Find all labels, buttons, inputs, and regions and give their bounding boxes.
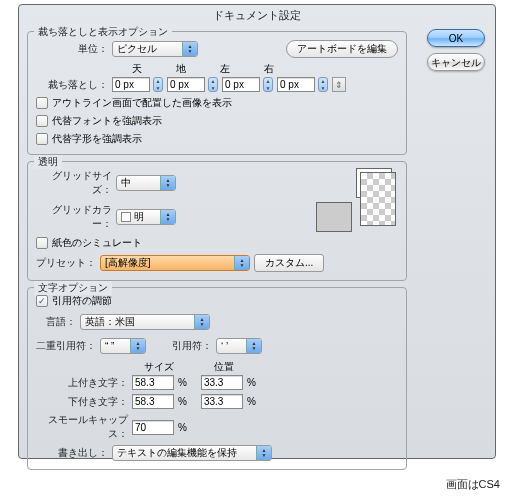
bleed-right-input[interactable] bbox=[277, 77, 315, 92]
chevron-updown-icon bbox=[256, 446, 271, 460]
caption: 画面はCS4 bbox=[446, 477, 500, 492]
double-quote-select[interactable]: “ ” bbox=[100, 338, 146, 354]
double-quote-label: 二重引用符： bbox=[36, 339, 96, 353]
subscript-size-input[interactable] bbox=[132, 394, 174, 409]
chevron-updown-icon bbox=[130, 339, 145, 353]
bleed-top-stepper[interactable] bbox=[153, 77, 163, 92]
subst-fonts-checkbox[interactable] bbox=[36, 115, 48, 127]
dialog-title: ドキュメント設定 bbox=[19, 5, 495, 25]
subscript-label: 下付き文字： bbox=[36, 395, 128, 409]
col-right: 右 bbox=[264, 62, 274, 76]
preset-value: [高解像度] bbox=[105, 256, 234, 270]
superscript-size-input[interactable] bbox=[132, 375, 174, 390]
curly-quotes-label: 引用符の調節 bbox=[52, 294, 112, 308]
transparency-group: 透明 グリッドサイズ： 中 グリッドカラー： 明 紙色のシミュレート bbox=[27, 161, 407, 281]
chevron-updown-icon bbox=[182, 42, 197, 56]
preset-label: プリセット： bbox=[36, 256, 96, 270]
grid-color-select[interactable]: 明 bbox=[116, 209, 176, 225]
simulate-paper-checkbox[interactable] bbox=[36, 237, 48, 249]
type-group: 文字オプション 引用符の調節 言語： 英語：米国 二重引用符： “ ” 引用符：… bbox=[27, 287, 407, 470]
bleed-bottom-input[interactable] bbox=[167, 77, 205, 92]
dialog-content: OK キャンセル 裁ち落としと表示オプション 単位： ピクセル アートボードを編… bbox=[19, 25, 495, 484]
col-bottom: 地 bbox=[176, 62, 186, 76]
simulate-paper-label: 紙色のシミュレート bbox=[52, 236, 142, 250]
subst-fonts-label: 代替フォントを強調表示 bbox=[52, 114, 162, 128]
subst-glyphs-label: 代替字形を強調表示 bbox=[52, 132, 142, 146]
type-legend: 文字オプション bbox=[34, 281, 112, 295]
bleed-group: 裁ち落としと表示オプション 単位： ピクセル アートボードを編集 天 地 左 右… bbox=[27, 31, 407, 155]
curly-quotes-checkbox[interactable] bbox=[36, 295, 48, 307]
transparency-legend: 透明 bbox=[34, 155, 62, 169]
bleed-right-stepper[interactable] bbox=[318, 77, 328, 92]
subscript-pos-input[interactable] bbox=[201, 394, 243, 409]
export-select[interactable]: テキストの編集機能を保持 bbox=[112, 445, 272, 461]
cancel-button[interactable]: キャンセル bbox=[427, 53, 485, 71]
swatch-checker bbox=[360, 172, 396, 226]
language-select[interactable]: 英語：米国 bbox=[80, 314, 210, 330]
bleed-left-stepper[interactable] bbox=[263, 77, 273, 92]
grid-color-label: グリッドカラー： bbox=[36, 203, 112, 231]
color-swatch-icon bbox=[121, 212, 131, 222]
chevron-updown-icon bbox=[234, 256, 249, 270]
chevron-updown-icon bbox=[194, 315, 209, 329]
preset-select[interactable]: [高解像度] bbox=[100, 255, 250, 271]
dialog-window: ドキュメント設定 OK キャンセル 裁ち落としと表示オプション 単位： ピクセル… bbox=[18, 4, 496, 459]
export-value: テキストの編集機能を保持 bbox=[117, 446, 256, 460]
grid-size-select[interactable]: 中 bbox=[116, 175, 176, 191]
bleed-legend: 裁ち落としと表示オプション bbox=[34, 25, 172, 39]
bleed-left-input[interactable] bbox=[222, 77, 260, 92]
chevron-updown-icon bbox=[160, 176, 175, 190]
bleed-top-input[interactable] bbox=[112, 77, 150, 92]
bleed-label: 裁ち落とし： bbox=[36, 78, 108, 92]
col-position: 位置 bbox=[214, 360, 234, 374]
single-quote-select[interactable]: ‘ ’ bbox=[216, 338, 262, 354]
col-top: 天 bbox=[132, 62, 142, 76]
link-icon[interactable]: ⇕ bbox=[332, 77, 346, 92]
ok-button[interactable]: OK bbox=[427, 29, 485, 47]
swatch-dark bbox=[316, 202, 352, 232]
single-quote-value: ‘ ’ bbox=[221, 341, 246, 352]
outline-images-checkbox[interactable] bbox=[36, 97, 48, 109]
chevron-updown-icon bbox=[246, 339, 261, 353]
unit-label: 単位： bbox=[36, 42, 108, 56]
col-left: 左 bbox=[220, 62, 230, 76]
subst-glyphs-checkbox[interactable] bbox=[36, 133, 48, 145]
superscript-label: 上付き文字： bbox=[36, 376, 128, 390]
smallcaps-label: スモールキャップス： bbox=[36, 413, 128, 441]
custom-button[interactable]: カスタム... bbox=[254, 254, 324, 272]
grid-size-value: 中 bbox=[121, 176, 160, 190]
edit-artboard-button[interactable]: アートボードを編集 bbox=[286, 40, 398, 58]
language-label: 言語： bbox=[36, 315, 76, 329]
grid-size-label: グリッドサイズ： bbox=[36, 169, 112, 197]
language-value: 英語：米国 bbox=[85, 315, 194, 329]
chevron-updown-icon bbox=[160, 210, 175, 224]
unit-select[interactable]: ピクセル bbox=[112, 41, 198, 57]
single-quote-label: 引用符： bbox=[162, 339, 212, 353]
double-quote-value: “ ” bbox=[105, 341, 130, 352]
grid-color-value: 明 bbox=[134, 210, 160, 224]
col-size: サイズ bbox=[144, 360, 174, 374]
export-label: 書き出し： bbox=[36, 446, 108, 460]
superscript-pos-input[interactable] bbox=[201, 375, 243, 390]
unit-value: ピクセル bbox=[117, 42, 182, 56]
outline-images-label: アウトライン画面で配置した画像を表示 bbox=[52, 96, 232, 110]
smallcaps-input[interactable] bbox=[132, 420, 174, 435]
bleed-bottom-stepper[interactable] bbox=[208, 77, 218, 92]
